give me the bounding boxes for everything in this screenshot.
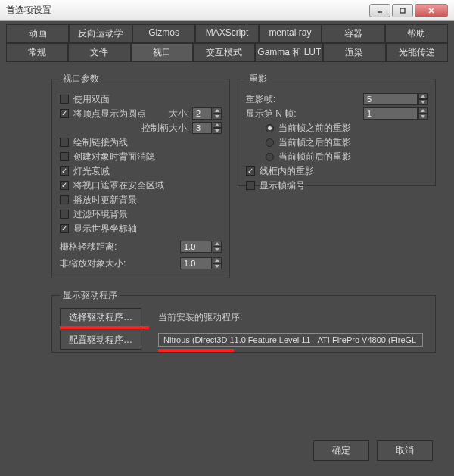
chk-use-dual[interactable] [60,95,69,104]
radio-before[interactable] [266,124,274,132]
spinner-handle-down[interactable] [213,128,222,134]
radio-after[interactable] [266,138,274,147]
svg-rect-1 [400,8,405,13]
chk-draw-links[interactable] [60,138,69,147]
chk-shownum[interactable] [246,181,255,190]
tab-interaction[interactable]: 交互模式 [193,43,255,62]
lbl-world-axis: 显示世界坐标轴 [73,222,137,235]
spinner-nth[interactable]: 1 [363,107,428,120]
window-buttons [368,4,448,17]
tab-gamma[interactable]: Gamma 和 LUT [255,43,323,62]
tab-files[interactable]: 文件 [68,43,130,62]
titlebar: 首选项设置 [0,0,454,21]
spinner-nonscale[interactable]: 1.0 [180,257,222,269]
spinner-nth-down[interactable] [418,114,428,120]
maximize-button[interactable] [392,4,413,17]
svg-marker-11 [215,265,219,268]
ok-button[interactable]: 确定 [313,440,369,461]
close-button[interactable] [415,4,448,17]
spinner-nonscale-down[interactable] [213,263,222,269]
spinner-nth-val[interactable]: 1 [363,107,418,120]
lbl-filter-bg: 过滤环境背景 [73,208,128,221]
tab-render[interactable]: 渲染 [323,43,385,62]
viewport-params-group: 视口参数 使用双面 将顶点显示为圆点 大小: 2 控制柄大小: 3 绘制链接为线… [51,73,230,278]
chk-world-axis[interactable] [60,224,69,233]
lbl-nth: 显示第 N 帧: [246,107,297,120]
spinner-ghost-frames[interactable]: 5 [363,93,428,105]
config-driver-button[interactable]: 配置驱动程序… [60,331,141,350]
spinner-handle[interactable]: 3 [192,122,222,134]
chk-backface[interactable] [60,152,69,161]
lbl-size: 大小: [169,107,189,120]
lbl-handle: 控制柄大小: [141,122,189,135]
lbl-both: 当前帧前后的重影 [278,151,351,163]
spinner-nth-up[interactable] [418,107,428,114]
cancel-button[interactable]: 取消 [377,440,433,461]
choose-driver-button[interactable]: 选择驱动程序… [60,308,141,327]
driver-group: 显示驱动程序 选择驱动程序… 当前安装的驱动程序: 配置驱动程序… Nitrou… [51,289,436,353]
chk-play-update[interactable] [60,195,69,204]
lbl-light-atten: 灯光衰减 [73,165,110,178]
chk-light-atten[interactable] [60,166,69,176]
svg-marker-12 [421,95,425,98]
tab-row-2: 常规 文件 视口 交互模式 Gamma 和 LUT 渲染 光能传递 [6,43,448,62]
svg-marker-10 [215,259,219,262]
tab-row-1: 动画 反向运动学 Gizmos MAXScript mental ray 容器 … [6,24,448,43]
lbl-before: 当前帧之前的重影 [278,122,351,135]
spinner-nonscale-up[interactable] [213,257,222,263]
tab-maxscript[interactable]: MAXScript [195,24,258,43]
spinner-size-down[interactable] [213,114,222,120]
spinner-gf-up[interactable] [418,93,428,99]
spinner-handle-val[interactable]: 3 [192,122,212,134]
radio-both[interactable] [266,153,274,161]
lbl-ghost-frames: 重影帧: [246,93,275,106]
tab-gizmos[interactable]: Gizmos [132,24,195,43]
spinner-grid-down[interactable] [213,247,222,253]
tab-anim[interactable]: 动画 [6,24,69,43]
svg-marker-15 [421,115,425,118]
footer-buttons: 确定 取消 [313,440,433,461]
svg-marker-14 [421,109,425,112]
spinner-size[interactable]: 2 [192,107,222,120]
svg-marker-9 [215,248,219,251]
spinner-size-val[interactable]: 2 [192,107,212,120]
svg-marker-13 [421,101,425,104]
spinner-grid-dist[interactable]: 1.0 [180,241,222,253]
spinner-nonscale-val[interactable]: 1.0 [180,257,212,269]
tab-container[interactable]: 容器 [322,24,384,43]
tab-viewport[interactable]: 视口 [131,43,193,62]
lbl-nonscale: 非缩放对象大小: [60,257,126,270]
lbl-after: 当前帧之后的重影 [278,136,351,149]
spinner-handle-up[interactable] [213,122,222,128]
tab-mentalray[interactable]: mental ray [259,24,322,43]
tab-general[interactable]: 常规 [6,43,68,62]
lbl-use-dual: 使用双面 [73,93,110,106]
svg-marker-5 [215,115,219,118]
content: 视口参数 使用双面 将顶点显示为圆点 大小: 2 控制柄大小: 3 绘制链接为线… [6,62,448,470]
minimize-button[interactable] [369,4,390,17]
tab-ik[interactable]: 反向运动学 [69,24,132,43]
svg-marker-7 [215,129,219,132]
tab-radiosity[interactable]: 光能传递 [386,43,448,62]
spinner-grid-up[interactable] [213,241,222,247]
spinner-ghost-frames-val[interactable]: 5 [363,93,418,105]
chk-safe-frame[interactable] [60,181,69,190]
lbl-shownum: 显示帧编号 [260,179,305,192]
lbl-installed: 当前安装的驱动程序: [158,311,242,324]
spinner-size-up[interactable] [213,107,222,114]
lbl-wire: 线框内的重影 [260,165,314,178]
tab-help[interactable]: 帮助 [385,24,448,43]
viewport-params-legend: 视口参数 [60,73,102,86]
chk-vertex-dots[interactable] [60,109,69,118]
driver-legend: 显示驱动程序 [60,289,120,302]
ghost-group: 重影 重影帧: 5 显示第 N 帧: 1 当前帧之前的重影 当前帧之后的重影 当… [238,73,436,186]
spinner-grid-dist-val[interactable]: 1.0 [180,241,212,253]
lbl-safe-frame: 将视口遮罩在安全区域 [73,179,164,192]
lbl-play-update: 播放时更新背景 [73,194,137,207]
svg-marker-6 [215,123,219,126]
chk-filter-bg[interactable] [60,210,69,219]
spinner-gf-down[interactable] [418,99,428,105]
chk-wire[interactable] [246,166,255,176]
svg-marker-8 [215,242,219,245]
lbl-backface: 创建对象时背面消隐 [73,151,155,163]
